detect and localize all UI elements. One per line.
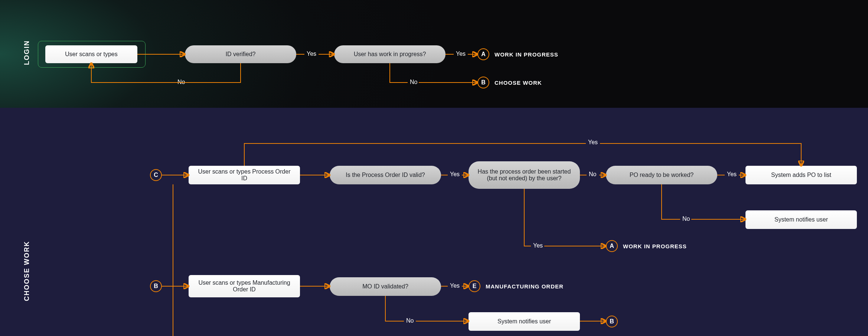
badge-b3: B [606,316,618,327]
section-label-login: LOGIN [23,40,31,65]
outcome-manufacturing: MANUFACTURING ORDER [486,283,564,290]
node-label: System notifies user [497,318,551,325]
edge-no: No [406,317,414,324]
node-notify-1: System notifies user [745,210,857,229]
node-label: System notifies user [774,216,828,223]
section-label-choose: CHOOSE WORK [23,241,31,301]
node-label: User scans or types Manufacturing Order … [195,280,294,293]
outcome-wip-2: WORK IN PROGRESS [623,243,687,249]
node-label: PO ready to be worked? [630,172,694,178]
choose-section-bg [0,108,868,336]
node-label: MO ID validated? [362,283,408,290]
node-mo-valid: MO ID validated? [330,277,441,296]
edge-yes: Yes [450,282,460,289]
badge-b2: B [150,280,162,292]
node-notify-2: System notifies user [469,312,580,331]
node-po-ready: PO ready to be worked? [606,166,717,184]
badge-c: C [150,169,162,181]
flow-diagram: LOGIN CHOOSE WORK User scans or types ID… [0,0,868,336]
edge-yes: Yes [588,139,598,146]
node-label: Is the Process Order ID valid? [346,172,425,178]
node-label: User scans or types [65,51,117,58]
badge-a2: A [606,240,618,252]
badge-e: E [469,280,480,292]
node-id-verified: ID verified? [185,45,296,63]
outcome-wip: WORK IN PROGRESS [495,51,558,58]
edge-no: No [682,216,690,222]
edge-no: No [177,79,185,85]
node-wip-question: User has work in progress? [334,45,446,63]
badge-a: A [477,48,489,60]
edge-yes: Yes [307,51,316,57]
badge-b: B [477,77,489,88]
node-label: User has work in progress? [354,51,426,58]
node-label: User scans or types Process Order ID [195,168,294,182]
outcome-choose-work: CHOOSE WORK [495,80,542,86]
node-add-po: System adds PO to list [745,166,857,184]
edge-yes: Yes [727,171,737,178]
node-po-valid: Is the Process Order ID valid? [330,166,441,184]
edge-no: No [410,79,417,85]
node-po-started: Has the process order been started (but … [469,161,580,189]
edge-no: No [589,171,596,178]
node-scan-mo: User scans or types Manufacturing Order … [189,275,300,297]
node-label: ID verified? [226,51,256,58]
node-scan-po: User scans or types Process Order ID [189,166,300,184]
edge-yes: Yes [456,51,466,57]
node-label: Has the process order been started (but … [474,168,574,182]
edge-yes: Yes [533,242,543,249]
node-label: System adds PO to list [771,172,831,178]
edge-yes: Yes [450,171,460,178]
node-scan-id: User scans or types [45,45,137,63]
